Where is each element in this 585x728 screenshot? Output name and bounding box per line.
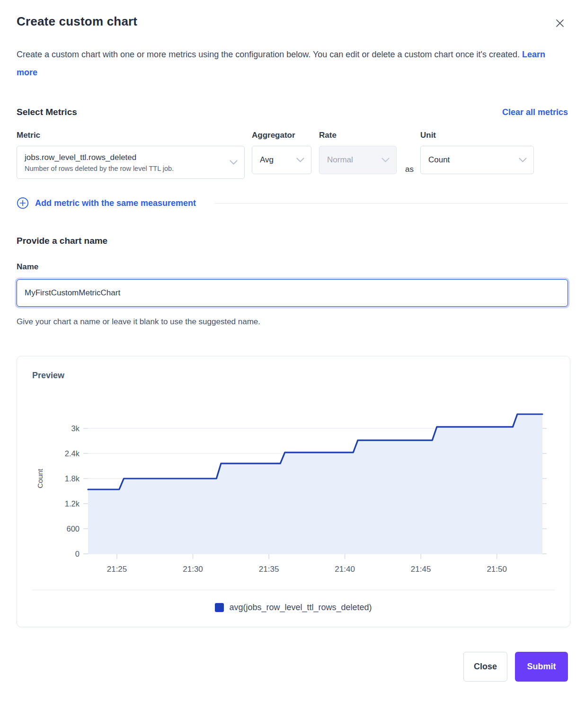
plus-circle-icon <box>17 197 29 209</box>
close-icon <box>555 23 565 30</box>
y-tick-label: 1.8k <box>65 474 80 483</box>
preview-chart: 06001.2k1.8k2.4k3k21:2521:3021:3521:4021… <box>32 397 556 578</box>
name-label: Name <box>17 262 568 272</box>
aggregator-select[interactable]: Avg <box>252 146 311 174</box>
x-tick-label: 21:30 <box>183 565 203 574</box>
rate-label: Rate <box>319 131 397 140</box>
submit-button[interactable]: Submit <box>515 652 568 682</box>
chevron-down-icon <box>296 158 304 163</box>
chart-legend[interactable]: avg(jobs_row_level_ttl_rows_deleted) <box>32 603 555 614</box>
rate-select-disabled: Normal <box>319 146 397 174</box>
chevron-down-icon <box>381 158 390 163</box>
metric-field: Metric jobs.row_level_ttl.rows_deleted N… <box>17 131 245 179</box>
y-tick-label: 600 <box>66 524 80 533</box>
close-button-footer[interactable]: Close <box>463 652 507 682</box>
rate-field: Rate Normal <box>319 131 397 174</box>
name-helper-text: Give your chart a name or leave it blank… <box>17 317 568 327</box>
page-title: Create custom chart <box>17 14 137 29</box>
modal-description: Create a custom chart with one or more m… <box>17 45 561 81</box>
x-tick-label: 21:40 <box>335 565 355 574</box>
legend-divider <box>32 590 555 590</box>
modal-header: Create custom chart <box>17 14 568 31</box>
close-button[interactable] <box>552 15 568 31</box>
add-metric-label: Add metric with the same measurement <box>35 198 196 208</box>
y-tick-label: 0 <box>75 550 80 558</box>
unit-select[interactable]: Count <box>420 146 534 174</box>
y-tick-label: 3k <box>71 424 80 433</box>
clear-all-metrics-link[interactable]: Clear all metrics <box>502 107 568 117</box>
modal-footer: Close Submit <box>17 652 568 682</box>
metric-select-description: Number of rows deleted by the row level … <box>25 165 174 172</box>
series-area <box>88 414 542 554</box>
unit-label: Unit <box>420 131 534 140</box>
rate-select-value: Normal <box>327 155 353 165</box>
add-metric-row: Add metric with the same measurement <box>17 197 568 209</box>
divider <box>215 203 568 204</box>
aggregator-label: Aggregator <box>252 131 311 140</box>
chart-name-heading: Provide a chart name <box>17 236 568 246</box>
preview-card: Preview 06001.2k1.8k2.4k3k21:2521:3021:3… <box>17 356 570 627</box>
legend-swatch <box>215 603 224 612</box>
unit-field: Unit Count <box>420 131 534 174</box>
as-text: as <box>405 165 414 174</box>
aggregator-select-value: Avg <box>260 155 274 165</box>
add-metric-link[interactable]: Add metric with the same measurement <box>17 197 196 209</box>
legend-label: avg(jobs_row_level_ttl_rows_deleted) <box>229 603 372 613</box>
chart-name-input[interactable] <box>17 279 568 307</box>
metric-select-texts: jobs.row_level_ttl.rows_deleted Number o… <box>25 153 174 172</box>
x-tick-label: 21:50 <box>487 565 507 574</box>
metric-select-value: jobs.row_level_ttl.rows_deleted <box>25 153 174 162</box>
chevron-down-icon <box>519 158 527 163</box>
y-tick-label: 2.4k <box>65 449 80 458</box>
x-tick-label: 21:35 <box>259 565 279 574</box>
chevron-down-icon <box>230 160 238 165</box>
chart-wrap: 06001.2k1.8k2.4k3k21:2521:3021:3521:4021… <box>32 397 555 580</box>
x-tick-label: 21:45 <box>411 565 431 574</box>
unit-select-value: Count <box>428 155 450 165</box>
select-metrics-header: Select Metrics Clear all metrics <box>17 107 568 117</box>
metric-select[interactable]: jobs.row_level_ttl.rows_deleted Number o… <box>17 146 245 179</box>
y-tick-label: 1.2k <box>65 499 80 508</box>
aggregator-field: Aggregator Avg <box>252 131 311 174</box>
select-metrics-heading: Select Metrics <box>17 107 77 117</box>
y-axis-title: Count <box>36 469 44 488</box>
metric-config-row: Metric jobs.row_level_ttl.rows_deleted N… <box>17 131 568 179</box>
metric-label: Metric <box>17 131 245 140</box>
preview-heading: Preview <box>32 371 555 381</box>
modal-description-text: Create a custom chart with one or more m… <box>17 50 520 59</box>
x-tick-label: 21:25 <box>107 565 127 574</box>
